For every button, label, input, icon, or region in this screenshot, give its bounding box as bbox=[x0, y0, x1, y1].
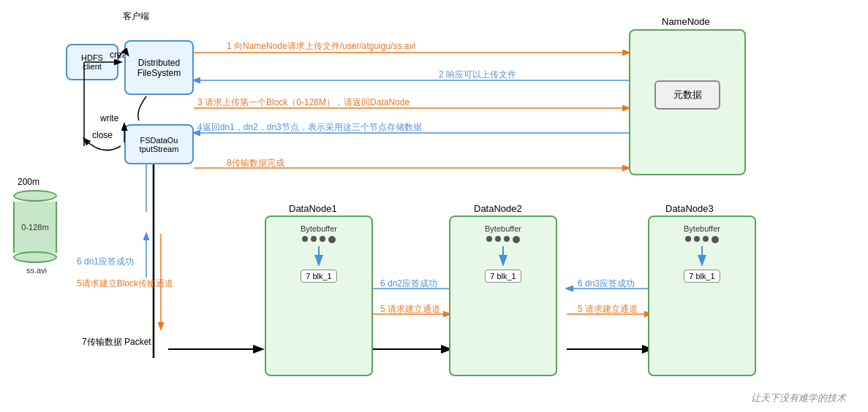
cyl-body: 0-128m bbox=[13, 202, 57, 253]
datanode3-box: Bytebuffer 7 blk_1 bbox=[648, 215, 756, 376]
hdfs-client-label: HDFS client bbox=[81, 53, 103, 71]
dot-large bbox=[328, 236, 336, 243]
dot bbox=[486, 236, 492, 242]
dot-large bbox=[513, 236, 520, 243]
datanode2-dots bbox=[486, 236, 520, 243]
arrow8-label: 8传输数据完成 bbox=[227, 157, 284, 169]
diagram: 客户端 HDFS client create Distributed FileS… bbox=[0, 0, 868, 412]
datanode2-blk: 7 blk_1 bbox=[485, 270, 521, 283]
arrow6dn3-label: 6 dn3应答成功 bbox=[578, 278, 635, 290]
write-label: write bbox=[100, 113, 118, 123]
watermark: 让天下没有难学的技术 bbox=[751, 392, 846, 405]
fsdataoutputstream-box: FSDataOu tputStream bbox=[124, 124, 194, 164]
dot bbox=[302, 236, 308, 242]
datanode1-bytebuffer: Bytebuffer bbox=[301, 224, 337, 233]
cyl-top bbox=[13, 190, 57, 202]
datanode1-label: DataNode1 bbox=[289, 203, 337, 214]
dot bbox=[495, 236, 501, 242]
datanode1-dots bbox=[302, 236, 336, 243]
file-cylinder: 0-128m ss.avi bbox=[13, 190, 57, 272]
arrow3-label: 3 请求上传第一个Block（0-128M），请返回DataNode bbox=[197, 96, 410, 109]
arrow5dn2-label: 5 请求建立通道 bbox=[380, 303, 440, 316]
datanode3-bytebuffer: Bytebuffer bbox=[684, 224, 720, 233]
fsdataoutputstream-label: FSDataOu tputStream bbox=[140, 136, 179, 153]
arrow7-label: 7传输数据 Packet bbox=[82, 336, 151, 348]
datanode3-blk: 7 blk_1 bbox=[684, 270, 720, 283]
arrow2-label: 2 响应可以上传文件 bbox=[439, 69, 516, 81]
arrow6dn2-label: 6 dn2应答成功 bbox=[380, 278, 437, 290]
dot bbox=[685, 236, 691, 242]
datanode1-blk: 7 blk_1 bbox=[301, 270, 336, 283]
metadata-box: 元数据 bbox=[654, 80, 720, 110]
datanode1-box: Bytebuffer 7 blk_1 bbox=[265, 215, 373, 376]
arrow5block-label: 5请求建立Block传输通道 bbox=[77, 278, 173, 290]
arrow1-label: 1 向NameNode请求上传文件/user/atguigu/ss.avi bbox=[227, 40, 415, 53]
datanode2-box: Bytebuffer 7 blk_1 bbox=[449, 215, 557, 376]
dot bbox=[504, 236, 510, 242]
datanode2-bytebuffer: Bytebuffer bbox=[485, 224, 521, 233]
dot bbox=[694, 236, 700, 242]
dot-large bbox=[712, 236, 719, 243]
filename-label: ss.avi bbox=[26, 266, 47, 275]
dot bbox=[320, 236, 325, 242]
client-label: 客户端 bbox=[123, 10, 149, 23]
dot bbox=[703, 236, 709, 242]
datanode3-dots bbox=[685, 236, 719, 243]
datanode3-label: DataNode3 bbox=[665, 203, 714, 214]
arrow5dn3-label: 5 请求建立通道 bbox=[578, 303, 638, 316]
dot bbox=[311, 236, 317, 242]
namenode-label: NameNode bbox=[662, 16, 710, 27]
distributed-fs-label: Distributed FileSystem bbox=[137, 58, 181, 78]
distributed-fs-box: Distributed FileSystem bbox=[124, 40, 194, 95]
datanode2-label: DataNode2 bbox=[474, 203, 522, 214]
file-size-label: 200m bbox=[18, 177, 39, 187]
arrow6dn1-label: 6 dn1应答成功 bbox=[77, 256, 134, 268]
cyl-bottom bbox=[13, 251, 57, 263]
metadata-label: 元数据 bbox=[673, 88, 702, 102]
close-label: close bbox=[92, 130, 113, 140]
arrow4-label: 4返回dn1，dn2，dn3节点，表示采用这三个节点存储数据 bbox=[197, 121, 422, 134]
